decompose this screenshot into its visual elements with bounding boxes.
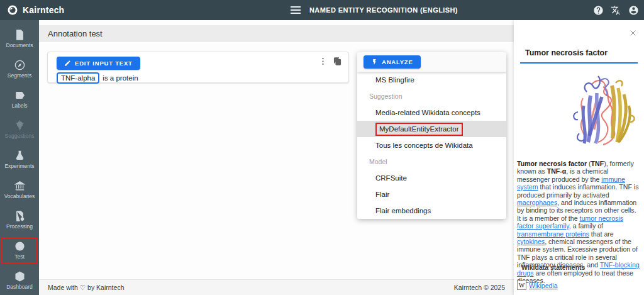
- document-icon: [14, 29, 26, 41]
- close-icon[interactable]: [629, 28, 637, 36]
- sidebar-item-segments[interactable]: Segments: [1, 56, 38, 82]
- wiki-term-link[interactable]: macrophages: [517, 199, 557, 206]
- sidebar-item-test[interactable]: Test: [1, 237, 38, 264]
- sidebar-item-suggestions[interactable]: Suggestions: [1, 116, 38, 143]
- lightbulb-icon: [14, 120, 26, 131]
- brand-name: Kairntech: [23, 5, 64, 15]
- kebab-menu-icon[interactable]: [318, 57, 328, 66]
- entity-highlight[interactable]: TNF-alpha: [57, 72, 99, 84]
- menu-section-model: Model: [357, 153, 506, 170]
- entity-title: Tumor necrosis factor: [525, 48, 608, 57]
- segments-icon: [14, 59, 26, 71]
- copy-icon[interactable]: [333, 57, 342, 66]
- menu-section-suggestion: Suggestion: [357, 88, 506, 104]
- menu-option-flair[interactable]: Flair: [357, 186, 506, 203]
- wikipedia-logo-icon: W: [517, 281, 526, 290]
- annotator-menu: MS Blingfire Suggestion Media-related Wi…: [357, 72, 506, 219]
- menu-option-crfsuite[interactable]: CRFSuite: [357, 170, 506, 186]
- menu-option-media-wikidata[interactable]: Media-related Wikidata concepts: [357, 104, 506, 121]
- translate-icon[interactable]: [611, 5, 621, 16]
- sidebar-item-documents[interactable]: Documents: [1, 26, 38, 52]
- sidebar-item-processing[interactable]: Processing: [1, 207, 38, 233]
- project-title: NAMED ENTITY RECOGNITION (ENGLISH): [309, 6, 458, 14]
- brand[interactable]: Kairntech: [0, 4, 151, 16]
- page-title: Annotation test: [48, 29, 103, 38]
- wikidata-statements-expander[interactable]: Wikidata statements: [521, 262, 627, 272]
- account-icon[interactable]: [628, 5, 639, 16]
- input-text-card: EDIT INPUT TEXT TNF-alpha is a protein: [47, 52, 349, 83]
- footer: Made with ♡ by Kairntech Kairntech © 202…: [39, 279, 514, 295]
- sidebar-item-labels[interactable]: Labels: [1, 86, 38, 113]
- analyze-dropdown-card: ANALYZE MS Blingfire Suggestion Media-re…: [357, 52, 506, 219]
- sentence-rest: is a protein: [103, 74, 138, 82]
- menu-icon[interactable]: [291, 6, 301, 14]
- help-icon[interactable]: [593, 5, 604, 16]
- test-icon: [14, 240, 26, 252]
- footer-copyright: Kairntech © 2025: [454, 284, 505, 291]
- analyze-toolbar: ANALYZE: [357, 52, 506, 72]
- label-icon: [14, 89, 26, 101]
- sidebar-item-dashboard[interactable]: Dashboard: [1, 267, 38, 294]
- analyze-button[interactable]: ANALYZE: [364, 55, 421, 69]
- wikipedia-source: W Wikipedia: [517, 281, 558, 290]
- sidebar-item-experiments[interactable]: Experiments: [1, 147, 38, 173]
- footer-made-with: Made with ♡ by Kairntech: [48, 284, 124, 291]
- library-icon: [14, 180, 26, 192]
- main-content: Annotation test EDIT INPUT TEXT TNF-alph…: [39, 20, 514, 295]
- kairntech-logo-icon: [7, 4, 18, 16]
- title-underline: [520, 62, 638, 64]
- lightning-icon: [371, 58, 378, 65]
- menu-option-flair-embeddings[interactable]: Flair embeddings: [357, 203, 506, 219]
- top-app-bar: Kairntech NAMED ENTITY RECOGNITION (ENGL…: [0, 0, 644, 20]
- sidebar-item-vocabularies[interactable]: Vocabularies: [1, 177, 38, 203]
- edit-input-text-button[interactable]: EDIT INPUT TEXT: [57, 57, 140, 70]
- entity-detail-panel: Tumor necrosis factor Tumor necrosis fac…: [514, 20, 644, 295]
- sidebar-nav: Documents Segments Labels Suggestions Ex…: [0, 20, 39, 295]
- flask-icon: [14, 150, 26, 162]
- pencil-icon: [64, 60, 71, 67]
- menu-option-mydefaultentityextractor[interactable]: MyDefaultEntityExtractor: [357, 121, 506, 137]
- wiki-term-link[interactable]: transmembrane proteins: [517, 230, 589, 238]
- page-header: Annotation test: [39, 25, 514, 42]
- file-gear-icon: [14, 210, 26, 222]
- annotated-sentence: TNF-alpha is a protein: [57, 72, 138, 84]
- menu-option-tous-wikidata[interactable]: Tous les concepts de Wikidata: [357, 137, 506, 153]
- menu-option-ms-blingfire[interactable]: MS Blingfire: [357, 72, 506, 88]
- wiki-term-link[interactable]: cytokines: [517, 238, 545, 245]
- cube-icon: [14, 270, 26, 282]
- protein-structure-image: [564, 73, 640, 156]
- chevron-down-icon: [619, 264, 627, 271]
- wikipedia-link[interactable]: Wikipedia: [529, 282, 558, 289]
